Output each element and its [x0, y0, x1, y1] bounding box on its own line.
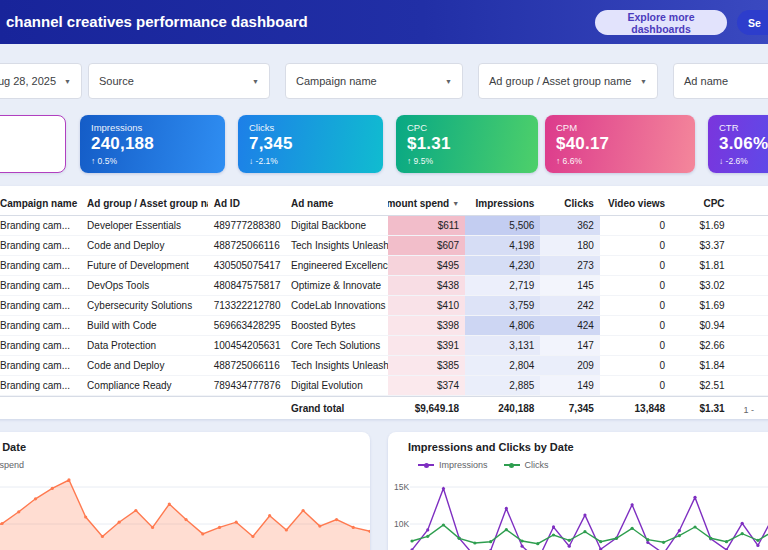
cell-adid: 569663428295 [208, 316, 285, 335]
scorecard-delta: ↓ -2.6% [719, 156, 768, 166]
table-row[interactable]: Branding cam...DevOps Tools480847575817O… [0, 276, 768, 296]
table-row[interactable]: Branding cam...Code and Deploy4887250661… [0, 356, 768, 376]
cell-cpm [731, 356, 768, 375]
cell-cpc: $1.69 [671, 216, 730, 235]
table-row[interactable]: Branding cam...Data Protection1004542056… [0, 336, 768, 356]
performance-table-card: Campaign name Ad group / Asset group nam… [0, 186, 768, 419]
explore-more-dashboards-button[interactable]: Explore more dashboards [595, 10, 727, 35]
cell-impr: 4,806 [465, 316, 540, 335]
scorecard-label: Clicks [249, 122, 372, 133]
scorecard-value: $1.31 [407, 134, 527, 154]
legend-item-amount-spend: Amount spend [0, 460, 24, 470]
ad-group-filter-label: Ad group / Asset group name [489, 75, 631, 87]
grand-total-spend: $9,649.18 [388, 397, 465, 420]
cell-adid: 489777288380 [208, 216, 285, 235]
table-pagination[interactable]: 1 - [743, 405, 754, 415]
col-campaign-name[interactable]: Campaign name [0, 191, 81, 215]
cell-adname: Engineered Excellence [285, 256, 388, 275]
cell-adname: CodeLab Innovations [285, 296, 388, 315]
source-filter[interactable]: Source ▼ [88, 63, 270, 99]
cell-impr: 2,719 [465, 276, 540, 295]
cell-spend: $374 [388, 376, 465, 395]
table-row[interactable]: Branding cam...Future of Development4305… [0, 256, 768, 276]
cell-cpc: $0.94 [671, 316, 730, 335]
scorecard-label: Impressions [91, 122, 214, 133]
cell-impr: 3,759 [465, 296, 540, 315]
scorecard-ctr[interactable]: CTR 3.06% ↓ -2.6% [708, 115, 768, 173]
ad-name-filter[interactable]: Ad name ▼ [673, 63, 768, 99]
scorecard-value: 7,345 [249, 134, 372, 154]
col-ad-name[interactable]: Ad name [285, 191, 388, 215]
cell-empty [81, 397, 208, 420]
cell-adname: Tech Insights Unleashed [285, 356, 388, 375]
col-ad-id[interactable]: Ad ID [208, 191, 285, 215]
scorecard-cpm[interactable]: CPM $40.17 ↑ 6.6% [545, 115, 695, 173]
date-range-filter[interactable]: ug 28, 2025 ▼ [0, 63, 82, 99]
cell-adname: Optimize & Innovate [285, 276, 388, 295]
cell-campaign: Branding cam... [0, 276, 81, 295]
cell-cpc: $1.81 [671, 256, 730, 275]
amount-spend-chart[interactable] [0, 472, 370, 550]
col-ad-group[interactable]: Ad group / Asset group name [81, 191, 208, 215]
chevron-down-icon: ▼ [56, 78, 71, 85]
col-amount-spend[interactable]: Amount spend ▼ [388, 191, 465, 215]
cell-clicks: 180 [540, 236, 599, 255]
cell-campaign: Branding cam... [0, 336, 81, 355]
scorecard-clicks[interactable]: Clicks 7,345 ↓ -2.1% [238, 115, 383, 173]
col-video-views[interactable]: Video views [600, 191, 671, 215]
cell-cpm [731, 316, 768, 335]
legend-label: Clicks [525, 460, 549, 470]
scorecard-value: 3.06% [719, 134, 768, 154]
table-row[interactable]: Branding cam...Build with Code5696634282… [0, 316, 768, 336]
cell-campaign: Branding cam... [0, 236, 81, 255]
campaign-name-filter[interactable]: Campaign name ▼ [285, 63, 463, 99]
cell-cpm [731, 336, 768, 355]
grand-total-label: Grand total [285, 397, 388, 420]
cell-adid: 480847575817 [208, 276, 285, 295]
campaign-filter-label: Campaign name [296, 75, 377, 87]
table-row[interactable]: Branding cam...Developer Essentials48977… [0, 216, 768, 236]
page-title: channel creatives performance dashboard [6, 0, 308, 44]
cell-clicks: 149 [540, 376, 599, 395]
amount-spend-chart-card: Amount Spend by Date Amount spend [0, 432, 370, 550]
cell-empty [208, 397, 285, 420]
cell-clicks: 209 [540, 356, 599, 375]
date-range-value: ug 28, 2025 [0, 75, 56, 87]
source-filter-label: Source [99, 75, 134, 87]
cell-clicks: 424 [540, 316, 599, 335]
impressions-clicks-chart[interactable] [388, 472, 768, 550]
scorecard-delta: ↑ 6.6% [556, 156, 684, 166]
scorecard-label: CPC [407, 122, 527, 133]
grand-total-cpc: $1.31 [671, 397, 730, 420]
table-row[interactable]: Branding cam...Code and Deploy4887250661… [0, 236, 768, 256]
scorecard-impressions[interactable]: Impressions 240,188 ↑ 0.5% [80, 115, 225, 173]
cell-spend: $495 [388, 256, 465, 275]
cell-clicks: 242 [540, 296, 599, 315]
cell-adgroup: Code and Deploy [81, 356, 208, 375]
table-header-row: Campaign name Ad group / Asset group nam… [0, 191, 768, 216]
cell-impr: 4,198 [465, 236, 540, 255]
scorecard-partial-left[interactable] [0, 115, 66, 173]
table-row[interactable]: Branding cam...Cybersecurity Solutions71… [0, 296, 768, 316]
cell-cpm [731, 216, 768, 235]
col-cpc[interactable]: CPC [671, 191, 730, 215]
cell-adid: 488725066116 [208, 236, 285, 255]
chevron-down-icon: ▼ [632, 78, 647, 85]
cell-adid: 100454205631 [208, 336, 285, 355]
scorecard-delta: ↑ 0.5% [91, 156, 214, 166]
cell-campaign: Branding cam... [0, 296, 81, 315]
scorecard-cpc[interactable]: CPC $1.31 ↑ 9.5% [396, 115, 538, 173]
cell-adid: 430505075417 [208, 256, 285, 275]
col-impressions[interactable]: Impressions [465, 191, 540, 215]
settings-button[interactable]: Se [737, 10, 768, 35]
cell-views: 0 [600, 276, 671, 295]
cell-cpc: $2.51 [671, 376, 730, 395]
cell-adname: Digital Backbone [285, 216, 388, 235]
col-cut-off[interactable] [731, 191, 768, 215]
table-row[interactable]: Branding cam...Compliance Ready789434777… [0, 376, 768, 396]
col-clicks[interactable]: Clicks [540, 191, 599, 215]
ad-group-filter[interactable]: Ad group / Asset group name ▼ [478, 63, 658, 99]
scorecard-label: CTR [719, 122, 768, 133]
cell-views: 0 [600, 236, 671, 255]
impressions-clicks-chart-card: Impressions and Clicks by Date Impressio… [388, 432, 768, 550]
